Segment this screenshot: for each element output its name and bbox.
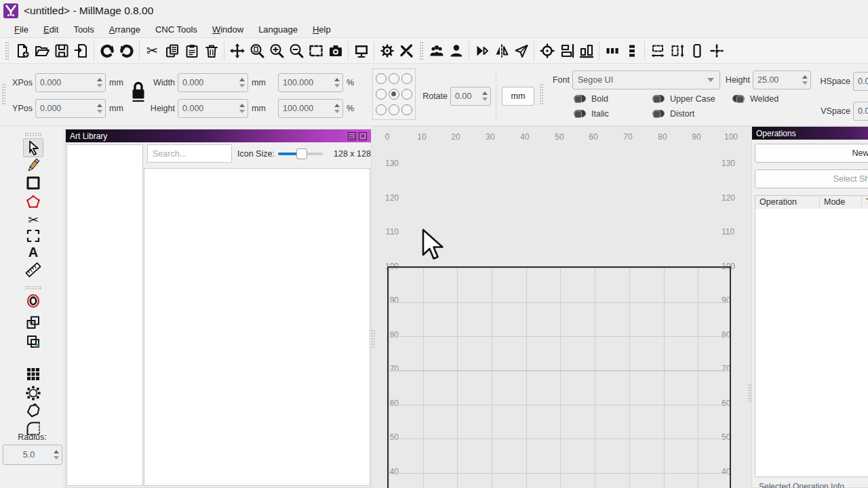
icon-size-slider[interactable] [278, 152, 323, 155]
operations-list[interactable] [755, 209, 868, 477]
art-library-header[interactable]: Art Library ◱ ✕ [66, 129, 371, 142]
hspace-input[interactable] [854, 73, 868, 90]
menu-help[interactable]: Help [305, 22, 338, 37]
palette-grip[interactable] [25, 133, 41, 136]
font-combo[interactable]: Segoe UI [572, 70, 720, 89]
text-height-spinner[interactable] [753, 70, 811, 89]
save-button[interactable] [52, 41, 71, 61]
anchor-top-left[interactable] [376, 73, 387, 84]
italic-toggle[interactable] [574, 110, 586, 117]
hspace-spinner[interactable] [853, 72, 868, 91]
palette-grip[interactable] [25, 286, 41, 289]
new-file-button[interactable] [12, 41, 32, 61]
upper-case-toggle[interactable] [652, 95, 665, 102]
operations-header[interactable]: Operations [752, 127, 868, 140]
height-spinner[interactable] [178, 99, 248, 118]
width-spin-arrows[interactable] [236, 74, 248, 92]
units-mm-button[interactable]: mm [502, 87, 534, 106]
rotate-spin-arrows[interactable] [479, 87, 490, 105]
height-percent-spinner[interactable] [278, 99, 343, 118]
paste-button[interactable] [182, 41, 201, 61]
make-same-size-button[interactable] [687, 41, 707, 61]
column-operation[interactable]: Operation [755, 196, 820, 209]
align-bottom-button[interactable] [576, 41, 596, 61]
distribute-vertical-button[interactable] [622, 41, 642, 61]
device-settings-button[interactable] [377, 41, 397, 61]
menu-file[interactable]: File [7, 22, 36, 37]
text-height-spin-arrows[interactable] [799, 71, 810, 89]
text-height-input[interactable] [753, 71, 799, 89]
float-panel-icon[interactable]: ◱ [348, 132, 356, 140]
width-percent-spinner[interactable] [278, 73, 343, 92]
menu-cnc-tools[interactable]: CNC Tools [148, 22, 205, 37]
undo-button[interactable] [97, 41, 117, 61]
draw-pencil-tool-button[interactable] [23, 156, 43, 175]
ypos-spinner[interactable] [35, 99, 106, 118]
menu-tools[interactable]: Tools [66, 22, 101, 37]
measure-tool-button[interactable] [23, 260, 43, 279]
anchor-bottom-left[interactable] [376, 104, 387, 115]
xpos-spinner[interactable] [35, 73, 106, 92]
vspace-spinner[interactable] [853, 102, 868, 121]
radius-input[interactable] [3, 445, 50, 464]
art-library-search-input[interactable] [147, 144, 232, 163]
boolean-ops-tool-button[interactable] [23, 332, 43, 351]
anchor-center[interactable] [389, 89, 399, 100]
welded-toggle[interactable] [732, 95, 745, 102]
toolbar-grip[interactable] [420, 42, 423, 60]
distort-toggle[interactable] [652, 110, 665, 117]
text-tool-button[interactable]: A [23, 243, 43, 262]
menu-arrange[interactable]: Arrange [102, 22, 148, 37]
radius-spin-arrows[interactable] [50, 445, 62, 464]
design-canvas[interactable]: 0 10 20 30 40 50 60 70 80 90 100 130 120… [372, 126, 751, 488]
edit-nodes-tool-button[interactable] [23, 192, 43, 211]
width-input[interactable] [178, 74, 236, 92]
circular-array-tool-button[interactable] [23, 384, 43, 403]
close-path-tool-button[interactable] [23, 401, 43, 420]
anchor-bottom-right[interactable] [401, 104, 412, 115]
make-same-height-button[interactable] [667, 41, 687, 61]
set-origin-button[interactable] [537, 41, 557, 61]
offset-shapes-tool-button[interactable] [23, 291, 43, 310]
ypos-spin-arrows[interactable] [94, 100, 105, 117]
select-shapes-button[interactable]: Select Shapes [755, 169, 868, 188]
machine-tools-button[interactable] [397, 41, 416, 61]
flip-horizontal-button[interactable] [472, 41, 492, 61]
xpos-spin-arrows[interactable] [94, 74, 105, 92]
send-to-machine-button[interactable] [511, 41, 531, 61]
import-button[interactable] [71, 41, 91, 61]
user-button[interactable] [446, 41, 466, 61]
vspace-input[interactable] [854, 102, 868, 120]
slider-handle[interactable] [296, 148, 307, 159]
toolbar-grip[interactable] [5, 42, 9, 60]
width-percent-input[interactable] [279, 74, 331, 92]
width-percent-spin-arrows[interactable] [331, 74, 342, 92]
zoom-to-page-button[interactable] [247, 41, 267, 61]
make-same-width-button[interactable] [648, 41, 667, 61]
snap-options-button[interactable] [707, 41, 726, 61]
menu-edit[interactable]: Edit [36, 22, 66, 37]
bold-toggle[interactable] [574, 95, 586, 102]
machine-workspace[interactable] [387, 266, 731, 488]
grid-array-tool-button[interactable] [23, 365, 43, 384]
trace-image-button[interactable] [326, 41, 345, 61]
column-mode[interactable]: Mode [820, 196, 862, 209]
ypos-input[interactable] [36, 100, 94, 117]
anchor-top-right[interactable] [401, 73, 412, 84]
open-file-button[interactable] [32, 41, 52, 61]
height-percent-input[interactable] [279, 100, 331, 117]
width-spinner[interactable] [178, 73, 248, 92]
new-operation-button[interactable]: New [755, 144, 868, 163]
left-splitter-grip[interactable] [372, 330, 375, 348]
anchor-top-center[interactable] [389, 73, 399, 84]
menu-window[interactable]: Window [205, 22, 251, 37]
user-group-button[interactable] [427, 41, 446, 61]
rotate-input[interactable] [451, 87, 479, 105]
radius-spinner[interactable] [3, 445, 62, 465]
rectangle-tool-button[interactable] [23, 174, 43, 192]
pan-button[interactable] [227, 41, 247, 61]
frame-select-button[interactable] [306, 41, 326, 61]
anchor-bottom-center[interactable] [389, 104, 399, 115]
cut-button[interactable]: ✂ [142, 41, 162, 61]
xpos-input[interactable] [36, 74, 94, 92]
